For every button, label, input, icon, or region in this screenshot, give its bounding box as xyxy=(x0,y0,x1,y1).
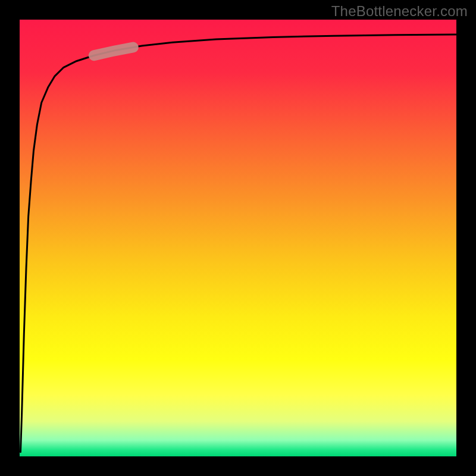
plot-area xyxy=(20,20,456,456)
highlight-segment xyxy=(94,48,133,56)
bottleneck-curve xyxy=(21,35,457,452)
source-watermark: TheBottlenecker.com xyxy=(331,3,468,20)
curve-layer xyxy=(20,20,456,456)
outer-frame: TheBottlenecker.com xyxy=(0,0,476,476)
